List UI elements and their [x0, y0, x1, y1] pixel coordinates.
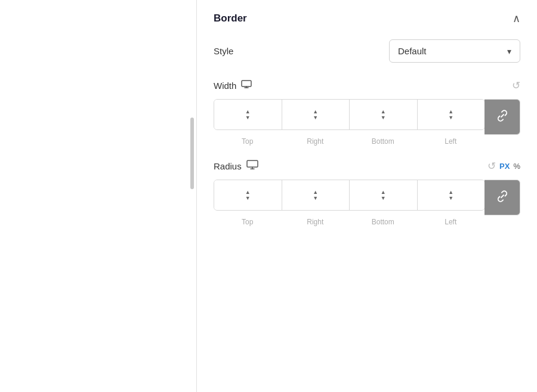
radius-px-button[interactable]: PX: [499, 162, 510, 171]
radius-reset-icon[interactable]: ↺: [487, 160, 496, 172]
radius-left-label: Left: [417, 215, 485, 226]
width-section: Width ↺ ▲ ▼: [214, 79, 520, 146]
width-reset-icon[interactable]: ↺: [512, 79, 520, 92]
width-top-down-arrow[interactable]: ▼: [245, 115, 251, 121]
width-title: Width: [214, 81, 236, 91]
radius-right-label: Right: [282, 215, 350, 226]
radius-left-up-arrow[interactable]: ▲: [448, 190, 453, 195]
radius-spinner-group: ▲ ▼ ▲ ▼ ▲ ▼: [214, 180, 485, 211]
width-right-up-arrow[interactable]: ▲: [313, 109, 318, 115]
style-label: Style: [214, 46, 233, 56]
radius-right-up-arrow[interactable]: ▲: [313, 190, 318, 195]
dropdown-chevron-icon: ▾: [507, 47, 511, 56]
width-top-input[interactable]: ▲ ▼: [214, 100, 282, 129]
width-spinner-group: ▲ ▼ ▲ ▼ ▲ ▼: [214, 99, 485, 130]
width-right-label: Right: [282, 135, 350, 146]
width-top-label: Top: [214, 135, 282, 146]
radius-link-icon: [496, 190, 509, 206]
radius-bottom-up-arrow[interactable]: ▲: [381, 190, 386, 195]
radius-section: Radius ↺ PX %: [214, 160, 520, 226]
radius-bottom-down-arrow[interactable]: ▼: [381, 196, 386, 201]
radius-title: Radius: [214, 161, 242, 171]
radius-left-input[interactable]: ▲ ▼: [418, 180, 485, 210]
style-dropdown[interactable]: Default ▾: [389, 39, 520, 63]
radius-link-button[interactable]: [484, 180, 520, 215]
width-monitor-icon: [241, 80, 252, 91]
width-top-up-arrow[interactable]: ▲: [245, 109, 251, 115]
radius-top-input[interactable]: ▲ ▼: [214, 180, 282, 210]
radius-top-up-arrow[interactable]: ▲: [245, 190, 251, 195]
width-label-left: Width: [214, 80, 252, 91]
radius-right-input[interactable]: ▲ ▼: [282, 180, 350, 210]
style-row: Style Default ▾: [214, 39, 520, 63]
radius-top-down-arrow[interactable]: ▼: [245, 196, 251, 201]
width-link-icon: [496, 109, 509, 125]
radius-label-left: Radius: [214, 160, 258, 172]
radius-left-down-arrow[interactable]: ▼: [448, 196, 453, 201]
svg-rect-3: [247, 160, 258, 167]
radius-bottom-label: Bottom: [349, 215, 417, 226]
radius-right-down-arrow[interactable]: ▼: [313, 196, 318, 201]
left-panel: [0, 0, 197, 392]
radius-percent-button[interactable]: %: [513, 162, 520, 171]
width-labels: Top Right Bottom Left: [214, 135, 520, 146]
radius-bottom-input[interactable]: ▲ ▼: [350, 180, 418, 210]
section-header: Border ∧: [214, 12, 520, 25]
width-left-down-arrow[interactable]: ▼: [448, 115, 453, 121]
width-left-up-arrow[interactable]: ▲: [448, 109, 453, 115]
width-left-label: Left: [417, 135, 485, 146]
width-right-input[interactable]: ▲ ▼: [282, 100, 350, 129]
width-bottom-input[interactable]: ▲ ▼: [350, 100, 418, 129]
radius-label-row: Radius ↺ PX %: [214, 160, 520, 172]
section-title: Border: [214, 13, 247, 24]
right-panel: Border ∧ Style Default ▾ Width ↺: [197, 0, 537, 392]
width-link-button[interactable]: [484, 99, 520, 135]
width-spinner-row: ▲ ▼ ▲ ▼ ▲ ▼: [214, 99, 520, 135]
collapse-button[interactable]: ∧: [513, 12, 520, 25]
radius-unit-group: ↺ PX %: [487, 160, 520, 172]
width-bottom-label: Bottom: [349, 135, 417, 146]
width-label-row: Width ↺: [214, 79, 520, 92]
radius-spinner-row: ▲ ▼ ▲ ▼ ▲ ▼: [214, 180, 520, 215]
width-left-input[interactable]: ▲ ▼: [418, 100, 485, 129]
radius-monitor-icon: [246, 160, 258, 172]
style-dropdown-value: Default: [398, 46, 427, 56]
width-bottom-down-arrow[interactable]: ▼: [381, 115, 386, 121]
radius-labels: Top Right Bottom Left: [214, 215, 520, 226]
width-right-down-arrow[interactable]: ▼: [313, 115, 318, 121]
width-bottom-up-arrow[interactable]: ▲: [381, 109, 386, 115]
radius-top-label: Top: [214, 215, 282, 226]
svg-rect-0: [242, 81, 251, 87]
scrollbar[interactable]: [190, 118, 194, 189]
